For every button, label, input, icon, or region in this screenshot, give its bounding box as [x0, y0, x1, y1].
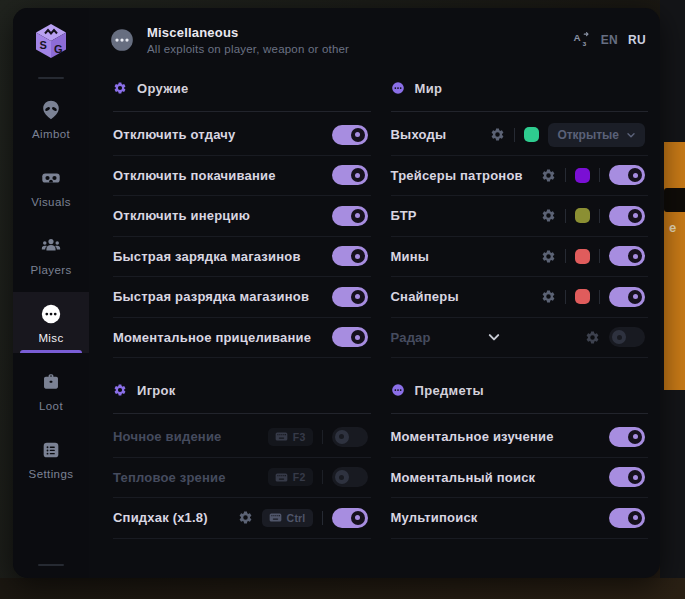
gear-icon[interactable]: [490, 127, 505, 142]
toggle-knob: [628, 290, 642, 304]
section-header: Игрок: [113, 377, 371, 403]
toggle-knob: [351, 511, 365, 525]
translate-icon[interactable]: Aз: [573, 31, 591, 49]
setting-label: Быстрая разрядка магазинов: [113, 289, 309, 304]
vr-goggles-icon: [40, 167, 62, 189]
ellipsis-icon: [109, 27, 135, 53]
sidebar-nav: AimbotVisualsPlayersMiscLootSettings: [13, 81, 89, 489]
row-controls: F2: [268, 467, 371, 487]
language-option-ru[interactable]: RU: [628, 33, 646, 47]
setting-row: Моментальное изучение: [391, 417, 649, 458]
gear-icon[interactable]: [541, 289, 556, 304]
toggle-switch[interactable]: [609, 467, 645, 487]
toggle-switch[interactable]: [332, 165, 368, 185]
sidebar-item-aimbot[interactable]: Aimbot: [13, 88, 89, 149]
sidebar-item-loot[interactable]: Loot: [13, 360, 89, 421]
toggle-switch[interactable]: [609, 246, 645, 266]
sidebar-item-label: Aimbot: [32, 128, 70, 140]
separator: [599, 209, 600, 223]
gear-icon: [113, 383, 127, 397]
setting-label: Мины: [391, 249, 430, 264]
hotkey-label: Ctrl: [287, 512, 306, 524]
gear-icon: [113, 81, 127, 95]
keyboard-icon: [269, 513, 282, 522]
toggle-switch[interactable]: [332, 206, 368, 226]
gear-icon[interactable]: [541, 168, 556, 183]
toggle-switch[interactable]: [332, 508, 368, 528]
gear-icon[interactable]: [541, 208, 556, 223]
toggle-switch[interactable]: [332, 287, 368, 307]
setting-row: Спидхак (x1.8)Ctrl: [113, 498, 371, 539]
row-controls: [609, 467, 648, 487]
content-columns: ОружиеОтключить отдачуОтключить покачива…: [89, 55, 660, 539]
section-1: ИгрокНочное видениеF3Тепловое зрениеF2Сп…: [113, 377, 371, 539]
toggle-knob: [351, 209, 365, 223]
toggle-switch[interactable]: [609, 287, 645, 307]
toggle-switch[interactable]: [609, 165, 645, 185]
toggle-knob: [351, 128, 365, 142]
setting-row: Мины: [391, 237, 649, 278]
setting-row: Быстрая зарядка магазинов: [113, 237, 371, 278]
section-header: Мир: [391, 75, 649, 101]
gear-icon[interactable]: [238, 510, 253, 525]
toggle-knob: [335, 430, 349, 444]
divider: [391, 413, 649, 414]
toggle-switch[interactable]: [609, 327, 645, 347]
sidebar-item-players[interactable]: Players: [13, 224, 89, 285]
setting-label: Тепловое зрение: [113, 470, 226, 485]
setting-row: Отключить инерцию: [113, 196, 371, 237]
sidebar-item-misc[interactable]: Misc: [13, 292, 89, 353]
toggle-knob: [351, 330, 365, 344]
divider: [113, 413, 371, 414]
toggle-switch[interactable]: [332, 427, 368, 447]
row-controls: [332, 287, 371, 307]
hotkey-badge[interactable]: F2: [268, 468, 313, 486]
chevron-down-icon[interactable]: [487, 330, 501, 344]
hotkey-badge[interactable]: Ctrl: [262, 509, 313, 527]
hotkey-label: F2: [293, 471, 306, 483]
dropdown[interactable]: Открытые: [548, 123, 645, 147]
separator: [565, 249, 566, 263]
separator: [599, 168, 600, 182]
color-swatch[interactable]: [575, 249, 590, 264]
setting-row: ВыходыОткрытые: [391, 115, 649, 156]
color-swatch[interactable]: [575, 208, 590, 223]
toggle-switch[interactable]: [332, 327, 368, 347]
hotkey-badge[interactable]: F3: [268, 428, 313, 446]
sidebar-item-settings[interactable]: Settings: [13, 428, 89, 489]
sidebar-item-label: Settings: [29, 468, 74, 480]
page-subtitle: All exploits on player, weapon or other: [147, 43, 349, 55]
row-controls: [541, 287, 648, 307]
game-background: [0, 578, 685, 599]
row-controls: [332, 125, 371, 145]
toggle-knob: [628, 430, 642, 444]
sidebar-divider: [38, 77, 64, 79]
setting-row: Мультипоиск: [391, 498, 649, 539]
color-swatch[interactable]: [575, 168, 590, 183]
section-header: Предметы: [391, 377, 649, 403]
gear-icon[interactable]: [541, 249, 556, 264]
keyboard-icon: [275, 473, 288, 482]
setting-row: Трейсеры патронов: [391, 156, 649, 197]
toggle-switch[interactable]: [332, 467, 368, 487]
page-header: Miscellaneous All exploits on player, we…: [89, 8, 660, 55]
row-controls: Открытые: [490, 123, 648, 147]
setting-label: Снайперы: [391, 289, 459, 304]
game-background-orange-banner: е: [664, 142, 685, 390]
color-swatch[interactable]: [524, 127, 539, 142]
divider: [391, 111, 649, 112]
gear-icon[interactable]: [585, 330, 600, 345]
toggle-switch[interactable]: [609, 508, 645, 528]
chevron-down-icon: [626, 130, 636, 140]
language-option-en[interactable]: EN: [601, 33, 618, 47]
toggle-switch[interactable]: [609, 206, 645, 226]
setting-label: Ночное видение: [113, 429, 222, 444]
color-swatch[interactable]: [575, 289, 590, 304]
logo-letter-g: G: [54, 43, 63, 55]
toggle-switch[interactable]: [609, 427, 645, 447]
toggle-switch[interactable]: [332, 125, 368, 145]
sidebar-item-visuals[interactable]: Visuals: [13, 156, 89, 217]
setting-label: Моментальный поиск: [391, 470, 536, 485]
toggle-switch[interactable]: [332, 246, 368, 266]
separator: [514, 128, 515, 142]
